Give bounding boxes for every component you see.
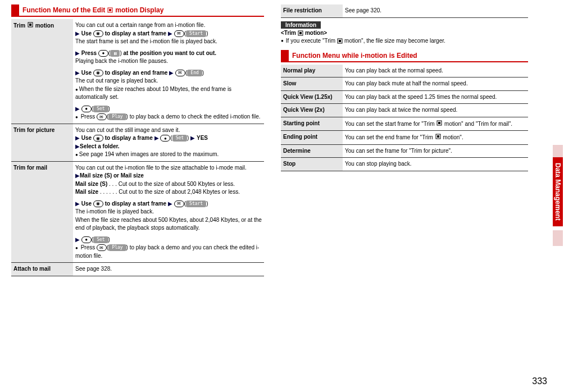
row-label: Attach to mail [11,263,73,276]
left-column: Function Menu of the Edit motion Display… [11,4,264,276]
row-label: Trim for picture [11,124,73,161]
header1-prefix: Function Menu of the Edit [22,6,105,14]
side-tab-bg-top [553,145,563,157]
imotion-icon [336,38,343,44]
center-btn-icon: ● [160,135,170,142]
table-row: StopYou can stop playing back. [281,158,528,171]
right-menu-table: Normal playYou can play back at the norm… [281,65,528,171]
information-line: If you execute "Trim motion", the file s… [281,38,528,44]
row-desc: You can cut out the still image and save… [73,124,264,161]
row-label: Trim for mail [11,161,73,263]
side-tab: Data Management [553,157,563,226]
table-row: Starting pointYou can set the start fram… [281,117,528,131]
arrow-icon: ▶ [75,200,80,207]
arrow-icon: ▶ [75,106,80,112]
arrow-icon: ▶ [154,135,159,141]
center-btn-icon: ● [98,50,108,57]
svg-rect-3 [29,24,31,26]
right-column: File restriction See page 320. Informati… [281,4,528,276]
table-row: File restriction See page 320. [281,4,528,17]
center-btn-icon: ● [81,106,92,112]
row-desc: You can cut out the i-motion file to the… [73,161,264,263]
page-number: 333 [532,376,547,386]
information-box: Information [281,21,321,29]
play-chip: Play [108,244,126,251]
imotion-icon [27,21,34,28]
play-chip: Play [108,113,126,120]
imotion-icon [297,30,304,37]
row-desc: See page 328. [73,263,264,276]
pause-chip [110,50,120,57]
right-top-table: File restriction See page 320. [281,4,528,18]
set-chip: Set [93,236,108,243]
row-desc: You can cut out a certain range from an … [73,19,264,124]
arrow-icon: ▶ [168,200,172,207]
table-row: Trim for picture You can cut out the sti… [11,124,264,161]
table-row: Quick View (1.25x)You can play back at t… [281,90,528,104]
svg-rect-1 [109,9,111,11]
table-row: DetermineYou can set the frame for "Trim… [281,144,528,158]
table-row: Attach to mail See page 328. [11,263,264,276]
arrow-icon: ▶ [169,70,174,76]
header1-suffix: motion Display [115,6,163,14]
svg-rect-5 [299,32,302,34]
dpad-icon: ◉ [93,70,103,76]
table-row: Trim for mail You can cut out the i-moti… [11,161,264,263]
imotion-icon [435,133,442,140]
arrow-icon: ▶ [168,30,172,37]
mail-icon: ✉ [174,200,184,207]
arrow-icon: ▶ [75,172,80,179]
end-chip: End [187,70,202,76]
imotion-icon [107,7,113,13]
left-menu-table: Trim motion You can cut out a certain ra… [11,19,264,276]
section-header-1: Function Menu of the Edit motion Display [11,4,264,17]
table-row: Trim motion You can cut out a certain ra… [11,19,264,124]
mail-icon: ✉ [97,244,107,251]
section-header-2: Function Menu while i-motion is Edited [281,50,528,62]
table-row: SlowYou can play back mute at half the n… [281,78,528,91]
information-subtitle: <Trim motion> [281,30,528,37]
mail-icon: ✉ [174,30,184,37]
row-desc: See page 320. [343,4,528,17]
page-columns: Function Menu of the Edit motion Display… [11,4,553,276]
mail-icon: ✉ [175,70,185,76]
start-chip: Start [186,30,206,37]
arrow-icon: ▶ [190,135,195,141]
header2-text: Function Menu while i-motion is Edited [292,52,417,60]
dpad-icon: ◉ [93,200,103,207]
table-row: Quick View (2x)You can play back at twic… [281,104,528,117]
table-row: Ending pointYou can set the end frame fo… [281,131,528,145]
arrow-icon: ▶ [75,70,80,76]
arrow-icon: ▶ [75,50,80,56]
arrow-icon: ▶ [75,236,80,243]
table-row: Normal playYou can play back at the norm… [281,65,528,78]
center-btn-icon: ● [81,236,92,243]
side-tab-bg-bottom [553,230,563,246]
mail-icon: ✉ [97,113,107,120]
dpad-icon: ◉ [93,30,103,37]
dpad-icon: ◉ [93,135,103,142]
set-chip: Set [93,106,108,112]
svg-rect-7 [339,40,341,42]
start-chip: Start [186,200,206,207]
set-chip: Set [172,135,187,142]
arrow-icon: ▶ [75,135,80,141]
svg-rect-9 [438,122,440,124]
imotion-icon [436,120,443,126]
row-label: File restriction [281,4,343,17]
arrow-icon: ▶ [75,143,80,149]
row-label: Trim motion [11,19,73,124]
svg-rect-11 [437,135,439,138]
arrow-icon: ▶ [75,30,80,37]
